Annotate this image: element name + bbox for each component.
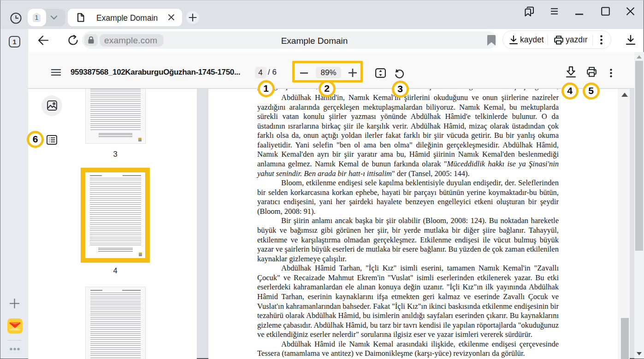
thumbnail-label-4: 4 [85, 266, 146, 275]
browser-menu-icon[interactable] [551, 8, 558, 15]
pdf-text-line: Bir şiirin anlamı ancak başka bir şiir o… [257, 216, 559, 226]
address-bar-row: example.com Example Domain kaydet yazdır [28, 29, 643, 52]
pdf-text-line: Tessera (tamamlama ve antitez) ve Daimon… [257, 349, 559, 359]
pdf-text-line: farklı olsa da, onun açtığı yoldan ilerl… [257, 131, 559, 141]
pdf-text-line: Abdülhak Hâmid'in, Namık Kemal'ın şiirle… [257, 93, 559, 103]
pdf-filename: 959387568_102KaraburguOğuzhan-1745-1750.… [71, 68, 240, 77]
save-button[interactable]: kaydet [520, 35, 544, 45]
thumbnail-page-3[interactable] [85, 89, 146, 144]
pdf-text-line: etkilenme ve karşılaştırma olmadan gerçe… [257, 235, 559, 245]
pdf-actions-pill: kaydet yazdır [502, 30, 611, 49]
fit-page-icon[interactable] [375, 68, 386, 78]
window-close-icon[interactable] [626, 7, 635, 16]
page-scroll-up-icon[interactable] [637, 55, 642, 59]
pill-more-icon[interactable] [600, 35, 603, 45]
print-button-icon[interactable] [554, 35, 563, 45]
thumbnail-list: 34 [28, 89, 197, 359]
pdf-text-line: Abdülhak Hâmid ile Namık Kemal arasındak… [257, 340, 559, 349]
pdf-page: yazdığı şiirlerinde, Namık Kemal'in vata… [208, 89, 619, 359]
omnibox-page-title: Example Domain [82, 36, 547, 46]
pdf-text-line: Namık Kemal'den ayrı bir şiir yaratır am… [257, 150, 559, 159]
pdf-scroll-up-icon[interactable] [621, 93, 628, 97]
rotate-icon[interactable] [395, 68, 404, 78]
pdf-print-icon[interactable] [587, 67, 597, 77]
pdf-text-line: anlamına gelmez. Namık Kemal de bunun fa… [257, 159, 559, 169]
window-maximize-icon[interactable] [601, 7, 610, 16]
pdf-text-line: yahut senindir. Ben arada bir hatt-ı itt… [257, 169, 559, 179]
pdf-text-line: yaratıcı endişesini, yani her şairdeki h… [257, 197, 559, 207]
tab-group-chip[interactable]: 1 [28, 9, 65, 26]
pdf-scrollbar[interactable] [618, 89, 630, 359]
pdf-text-line: gizleme çabasıdır. Abdülhak Hâmid, bu ta… [257, 321, 559, 330]
pdf-sidebar: 34 [28, 89, 197, 359]
pdf-text-line: üstadının ısrarlarına birkaç şiir ile ka… [257, 122, 559, 131]
tab-title: Example Domain [96, 13, 179, 23]
browser-side-strip: 1 [0, 29, 28, 359]
reload-icon[interactable] [68, 35, 78, 46]
tab-counter-button[interactable]: 1 [9, 36, 20, 47]
page-file-icon [77, 13, 84, 22]
pdf-text-line: Bloom, etkilenme endişesi sele kapılma b… [257, 178, 559, 188]
zoom-level-box[interactable]: 89% [316, 67, 341, 79]
pdf-text-line: Vuslat'ın kahramanlarından bahseder. Fak… [257, 302, 559, 312]
tab-group-chevron-icon[interactable] [50, 15, 58, 20]
new-tab-button[interactable] [186, 11, 199, 24]
page-count: / 6 [268, 68, 277, 77]
pdf-text-line: yazar ve şairlerin büyük eserleri de mut… [257, 245, 559, 254]
print-button[interactable]: yazdır [566, 35, 588, 45]
pdf-text-line: yazdığını aralarında gerçekleşen mektupl… [257, 103, 559, 112]
yandex-mail-icon[interactable] [7, 318, 23, 334]
back-icon[interactable] [38, 35, 48, 45]
pill-divider [592, 35, 593, 46]
tab-close-icon[interactable] [168, 14, 175, 21]
page-scroll-thumb[interactable] [635, 61, 644, 251]
strip-more-icon[interactable] [10, 347, 20, 351]
page-number-box[interactable]: 4 [255, 67, 266, 78]
pdf-download-icon[interactable] [566, 66, 576, 77]
pdf-text-line: tezahürü olarak Abdülhak Hâmid, bu isiml… [257, 311, 559, 321]
tab-strip: 1 Example Domain [0, 0, 643, 29]
strip-divider [8, 340, 21, 341]
thumbnail-page-4[interactable] [85, 172, 146, 258]
pdf-more-icon[interactable] [610, 69, 612, 77]
pdf-text-line: ve etkilendiğiniz eserler nelerdir" soru… [257, 330, 559, 340]
pdf-text-line: faaliyetidir. Yani selefin "ben ol ama b… [257, 141, 559, 150]
downloads-icon[interactable] [626, 35, 635, 45]
pdf-text-line: büyük ve bağımsız gibi görünen her şiir,… [257, 226, 559, 235]
sidebar-add-icon[interactable] [9, 298, 20, 309]
browser-window: 1 Example Domain [0, 0, 644, 359]
pill-divider [547, 35, 548, 46]
zoom-in-icon[interactable] [349, 69, 357, 77]
pdf-text-line: bir selden korkarcasına korkan ephebe, h… [257, 188, 559, 198]
bookmark-flag-icon[interactable] [487, 35, 496, 46]
pdf-text-line: (Bloom, 2008: 91). [257, 207, 559, 217]
tab-group-main[interactable]: 1 [28, 9, 46, 26]
thumbnail-page-5[interactable] [85, 287, 146, 359]
save-download-icon[interactable] [509, 35, 518, 44]
pdf-text-line: Çocuk" ve Recaizade Mahmut Ekrem'in "Vus… [257, 273, 559, 283]
pdf-text-line: Hâmid Tarhan, eserinin kaynaklarını ifşa… [257, 292, 559, 302]
pdf-text-line: sürekli vatan konulu şiirler yazması yön… [257, 112, 559, 122]
pdf-scroll-thumb[interactable] [621, 318, 629, 359]
pdf-text-line: yazdığı şiirlerinde, Namık Kemal'in vata… [257, 89, 559, 92]
thumbnail-label-3: 3 [85, 150, 146, 159]
pdf-text-line: Abdülhak Hâmid Tarhan, "İçli Kız" isimli… [257, 264, 559, 273]
page-scrollbar[interactable] [634, 52, 644, 359]
omnibox[interactable]: example.com Example Domain [82, 31, 497, 49]
history-clock-icon[interactable] [10, 12, 22, 24]
page-scroll-down-icon[interactable] [637, 352, 642, 355]
window-minimize-icon[interactable] [575, 13, 583, 15]
panels-bookmark-icon[interactable] [524, 6, 535, 17]
pdf-menu-icon[interactable] [51, 69, 61, 76]
tab-example-domain[interactable]: Example Domain [68, 9, 182, 26]
pdf-text-line: kaynaklar gizlemeye çalışılır. [257, 254, 559, 264]
zoom-out-icon[interactable] [300, 72, 308, 74]
pdf-text-line: eserlerdeki kahramanlardan ele alınan ko… [257, 282, 559, 292]
tab-group-icon: 1 [31, 12, 42, 23]
pdf-toolbar: 959387568_102KaraburguOğuzhan-1745-1750.… [28, 52, 634, 88]
